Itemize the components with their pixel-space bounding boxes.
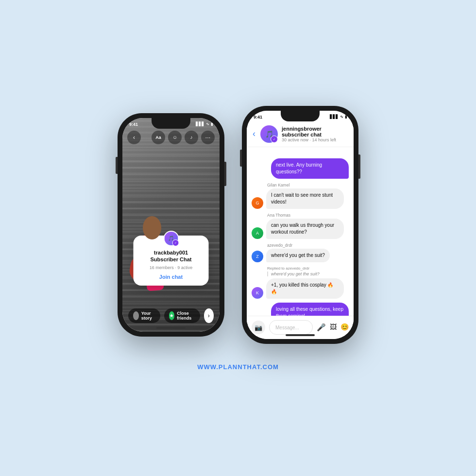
message-sender: azevedo_drdr <box>267 243 349 248</box>
battery-icon: ▮ <box>211 122 213 126</box>
chat-card-subtitle: Subscriber Chat <box>139 256 203 263</box>
message-placeholder: Message... <box>275 325 299 330</box>
story-next-button[interactable]: › <box>204 308 214 323</box>
chat-card-avatar: 🎵 <box>163 231 179 246</box>
channel-meta: 30 active now · 14 hours left <box>282 137 348 142</box>
time-left: 9:41 <box>129 122 138 127</box>
channel-avatar: 🎵 <box>260 125 278 143</box>
wifi-icon-right: ∿ <box>340 115 343 119</box>
signal-icon: ▋▋▋ <box>196 122 204 126</box>
chat-header: ‹ 🎵 jenningsbrower subscriber chat 30 ac… <box>247 121 354 147</box>
your-story-pill[interactable]: Your story <box>128 308 160 323</box>
story-toolbar: ‹ Aa ☺ ♪ ··· <box>122 131 220 144</box>
reply-quote: where'd you get the suit? <box>267 272 349 276</box>
message-row: G I can't wait to see more stunt videos! <box>252 188 349 209</box>
message-sender: Ana Thomas <box>267 213 349 218</box>
status-icons-left: ▋▋▋ ∿ ▮ <box>196 122 213 126</box>
right-phone-screen: 9:41 ▋▋▋ ∿ ▮ ‹ 🎵 jenningsbrower subscrib… <box>247 111 354 339</box>
input-icons: 🎤 🖼 😊 <box>317 323 349 332</box>
story-background <box>122 118 220 332</box>
message-bubble: I can't wait to see more stunt videos! <box>266 188 344 209</box>
message-bubble: can you walk us through your workout rou… <box>266 219 344 239</box>
message-row: next live. Any burning questions?? <box>252 158 349 179</box>
story-back-button[interactable]: ‹ <box>127 131 141 144</box>
close-friends-label: Close friends <box>177 311 195 321</box>
close-friends-pill[interactable]: ★ Close friends <box>164 308 200 323</box>
message-bubble: where'd you get the suit? <box>266 249 330 262</box>
wifi-icon: ∿ <box>206 122 209 126</box>
message-avatar: G <box>252 197 263 209</box>
message-input[interactable]: Message... <box>269 320 313 335</box>
messages-container: next live. Any burning questions?? Gilan… <box>247 154 354 316</box>
home-indicator-right <box>286 334 315 336</box>
channel-info: jenningsbrower subscriber chat 30 active… <box>282 126 348 142</box>
battery-icon-right: ▮ <box>345 115 347 119</box>
reply-label: Replied to azevedo_drdr <box>267 266 349 271</box>
message-row: Z where'd you get the suit? <box>252 249 349 262</box>
message-avatar: Z <box>252 251 263 262</box>
message-row: loving all these questions, keep them co… <box>252 303 349 316</box>
message-row: K +1, you killed this cosplay 🔥🔥 <box>252 278 349 299</box>
message-bubble: +1, you killed this cosplay 🔥🔥 <box>266 278 344 299</box>
figure-head <box>143 216 161 239</box>
text-tool-button[interactable]: Aa <box>152 131 165 144</box>
chat-card-meta: 16 members · 9 active <box>139 265 203 270</box>
photo-icon[interactable]: 🖼 <box>330 323 337 332</box>
right-phone: 9:41 ▋▋▋ ∿ ▮ ‹ 🎵 jenningsbrower subscrib… <box>242 106 358 344</box>
notch-left <box>152 118 190 129</box>
microphone-icon[interactable]: 🎤 <box>317 323 326 332</box>
phones-container: 9:41 ▋▋▋ ∿ ▮ ‹ Aa ☺ ♪ ··· 🎵 <box>118 106 358 344</box>
your-story-avatar <box>133 311 139 320</box>
message-row: A can you walk us through your workout r… <box>252 219 349 239</box>
chat-back-button[interactable]: ‹ <box>253 129 255 139</box>
message-sender: Gilan Kamel <box>267 183 349 187</box>
music-tool-button[interactable]: ♪ <box>185 131 198 144</box>
time-right: 9:41 <box>254 115 262 119</box>
message-avatar: A <box>252 227 263 239</box>
sticker-tool-button[interactable]: ☺ <box>168 131 182 144</box>
chat-card-username: trackbaby001 <box>139 249 203 256</box>
signal-icon-right: ▋▋▋ <box>330 115 339 119</box>
left-phone-screen: 9:41 ▋▋▋ ∿ ▮ ‹ Aa ☺ ♪ ··· 🎵 <box>122 118 220 332</box>
status-icons-right: ▋▋▋ ∿ ▮ <box>330 115 347 119</box>
green-star-icon: ★ <box>169 311 175 320</box>
website-footer: WWW.PLANNTHAT.COM <box>197 363 279 371</box>
more-tool-button[interactable]: ··· <box>201 131 215 144</box>
left-phone: 9:41 ▋▋▋ ∿ ▮ ‹ Aa ☺ ♪ ··· 🎵 <box>118 113 224 337</box>
message-bubble: loving all these questions, keep them co… <box>271 303 349 316</box>
sticker-icon[interactable]: 😊 <box>340 323 349 332</box>
home-indicator-left <box>156 327 186 329</box>
camera-button[interactable]: 📷 <box>252 321 265 334</box>
channel-name: jenningsbrower subscriber chat <box>282 126 348 137</box>
story-bottom-bar: Your story ★ Close friends › <box>122 308 220 323</box>
subscriber-chat-card: 🎵 trackbaby001 Subscriber Chat 16 member… <box>134 236 209 286</box>
notch-right <box>281 111 320 121</box>
chat-screen: 9:41 ▋▋▋ ∿ ▮ ‹ 🎵 jenningsbrower subscrib… <box>247 111 354 339</box>
message-avatar: K <box>252 287 263 299</box>
your-story-label: Your story <box>141 311 155 321</box>
message-bubble: next live. Any burning questions?? <box>271 158 349 179</box>
join-chat-button[interactable]: Join chat <box>139 274 203 280</box>
